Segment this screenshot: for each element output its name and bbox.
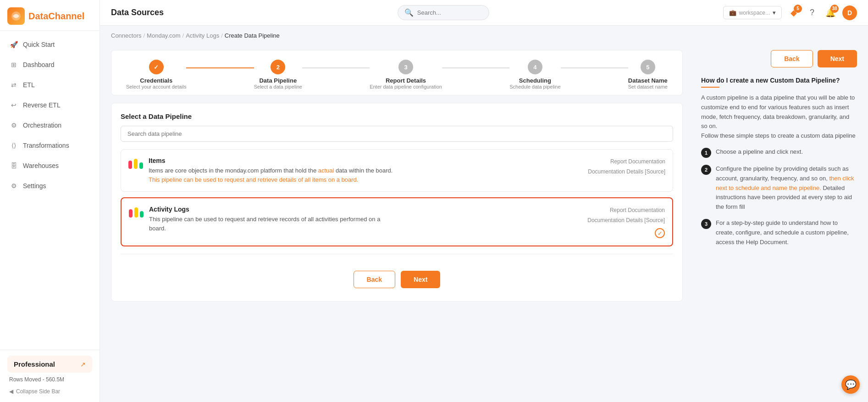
- back-button-bottom[interactable]: Back: [354, 271, 395, 288]
- back-button-right[interactable]: Back: [771, 50, 813, 67]
- pipeline-name-activity: Activity Logs: [149, 206, 397, 213]
- collapse-arrow-icon: ◀: [9, 388, 13, 395]
- bottom-actions: Back Next: [121, 262, 673, 292]
- right-panel-actions: Back Next: [701, 50, 857, 67]
- step-4-circle: 4: [528, 60, 542, 74]
- selected-check-icon: ✓: [655, 228, 665, 238]
- help-icon-wrap[interactable]: ?: [806, 6, 818, 19]
- left-panel: ✓ Credentials Select your account detail…: [100, 43, 694, 402]
- reverse-etl-icon: ↩: [9, 100, 18, 110]
- pipeline-card-items[interactable]: Items Items are core objects in the mond…: [121, 149, 673, 192]
- help-step-num-1: 1: [701, 148, 711, 158]
- step-3-sub: Enter data pipeline configuration: [370, 84, 442, 89]
- pipeline-card-activity-logs[interactable]: Activity Logs This pipeline can be used …: [121, 197, 673, 246]
- right-panel: Back Next How do I create a new Custom D…: [694, 43, 868, 402]
- pipeline-desc-items: Items are core objects in the monday.com…: [149, 166, 396, 184]
- avatar[interactable]: D: [842, 6, 857, 20]
- step-3-label: Report Details: [386, 77, 426, 84]
- help-step-text-1: Choose a pipeline and click next.: [716, 147, 803, 157]
- pipeline-links-activity: Report Documentation Documentation Detai…: [587, 206, 665, 225]
- rocket-icon: 🚀: [9, 40, 18, 49]
- sidebar-item-reverse-etl[interactable]: ↩ Reverse ETL: [0, 95, 100, 115]
- breadcrumb-connectors[interactable]: Connectors: [111, 32, 141, 39]
- help-step-num-3: 3: [701, 219, 711, 229]
- notification-badge: 38: [830, 5, 839, 13]
- help-intro: A custom pipeline is a data pipeline tha…: [701, 93, 857, 141]
- chat-icon: 💬: [845, 379, 857, 390]
- help-section: How do I create a new Custom Data Pipeli…: [701, 77, 857, 247]
- sidebar-item-etl[interactable]: ⇄ ETL: [0, 75, 100, 95]
- svg-rect-1: [128, 161, 132, 169]
- help-step-3: 3 For a step-by-step guide to understand…: [701, 218, 857, 247]
- pipeline-desc-activity: This pipeline can be used to request and…: [149, 215, 397, 233]
- logo[interactable]: DataChannel: [0, 0, 100, 31]
- settings-icon: ⚙: [9, 181, 18, 190]
- logo-text: DataChannel: [28, 11, 84, 22]
- connector-1: [186, 67, 254, 68]
- step-5-circle: 5: [641, 60, 655, 74]
- notification-icon-wrap[interactable]: 🔔 38: [824, 6, 837, 19]
- search-bar[interactable]: 🔍: [398, 5, 489, 20]
- step-5-sub: Set dataset name: [628, 84, 668, 89]
- breadcrumb-activity-logs[interactable]: Activity Logs: [186, 32, 219, 39]
- monday-logo-activity: [129, 207, 144, 221]
- help-step-1: 1 Choose a pipeline and click next.: [701, 147, 857, 158]
- sidebar-item-settings[interactable]: ⚙ Settings: [0, 176, 100, 196]
- plan-badge: Professional ↗: [7, 356, 92, 373]
- search-input[interactable]: [417, 9, 486, 16]
- stepper: ✓ Credentials Select your account detail…: [111, 50, 683, 95]
- header-actions: 💼 workspace... ▾ ◆ 5 ? 🔔 38 D: [723, 6, 857, 20]
- doc-details-link-items[interactable]: Documentation Details [Source]: [588, 167, 665, 177]
- pipeline-card-left-items: Items Items are core objects in the mond…: [128, 157, 396, 184]
- svg-rect-5: [134, 207, 138, 218]
- pipeline-search-input[interactable]: [121, 126, 673, 142]
- step-1-circle: ✓: [149, 60, 164, 74]
- workspace-dropdown[interactable]: 💼 workspace... ▾: [723, 6, 782, 19]
- step-1-label: Credentials: [140, 77, 172, 84]
- help-icon: ?: [810, 8, 814, 17]
- sidebar-item-quick-start[interactable]: 🚀 Quick Start: [0, 34, 100, 55]
- report-doc-link-activity[interactable]: Report Documentation: [587, 206, 665, 216]
- etl-icon: ⇄: [9, 80, 18, 89]
- svg-rect-2: [134, 159, 138, 169]
- doc-details-link-activity[interactable]: Documentation Details [Source]: [587, 216, 665, 226]
- collapse-sidebar-button[interactable]: ◀ Collapse Side Bar: [7, 386, 92, 396]
- briefcase-icon: 💼: [729, 9, 736, 16]
- breadcrumb-current: Create Data Pipeline: [225, 32, 280, 39]
- step-4-sub: Schedule data pipeline: [509, 84, 560, 89]
- svg-rect-6: [140, 211, 144, 218]
- svg-rect-4: [129, 209, 133, 218]
- sidebar-item-dashboard[interactable]: ⊞ Dashboard: [0, 55, 100, 75]
- help-step-num-2: 2: [701, 165, 711, 175]
- breadcrumb-sep-3: /: [221, 32, 223, 39]
- logo-icon: [7, 7, 25, 25]
- step-2: 2 Data Pipeline Select a data pipeline: [254, 60, 302, 89]
- step-2-label: Data Pipeline: [259, 77, 297, 84]
- step-4-label: Scheduling: [519, 77, 551, 84]
- sidebar-item-orchestration[interactable]: ⚙ Orchestration: [0, 115, 100, 135]
- breadcrumb-monday[interactable]: Monday.com: [147, 32, 180, 39]
- section-title: Select a Data Pipeline: [121, 112, 673, 120]
- pipeline-card-left-activity: Activity Logs This pipeline can be used …: [129, 206, 397, 233]
- external-link-icon[interactable]: ↗: [80, 361, 86, 368]
- step-3-circle: 3: [398, 60, 413, 74]
- sidebar-item-warehouses[interactable]: 🗄 Warehouses: [0, 156, 100, 176]
- monday-logo-items: [128, 158, 143, 173]
- diamond-icon-wrap[interactable]: ◆ 5: [787, 6, 800, 19]
- next-button-bottom[interactable]: Next: [401, 271, 440, 288]
- step-2-sub: Select a data pipeline: [254, 84, 302, 89]
- step-5-label: Dataset Name: [628, 77, 668, 84]
- next-button-right[interactable]: Next: [818, 50, 857, 67]
- step-4: 4 Scheduling Schedule data pipeline: [509, 60, 560, 89]
- connector-3: [442, 67, 509, 68]
- sidebar: DataChannel 🚀 Quick Start ⊞ Dashboard ⇄ …: [0, 0, 100, 402]
- workspace-name: workspace...: [739, 10, 770, 16]
- help-steps: 1 Choose a pipeline and click next. 2 Co…: [701, 147, 857, 247]
- sidebar-footer: Professional ↗ Rows Moved - 560.5M ◀ Col…: [0, 350, 100, 402]
- sidebar-item-transformations[interactable]: ⟨⟩ Transformations: [0, 135, 100, 156]
- chat-bubble[interactable]: 💬: [841, 375, 860, 394]
- transform-icon: ⟨⟩: [9, 141, 18, 150]
- step-1-sub: Select your account details: [126, 84, 186, 89]
- report-doc-link-items[interactable]: Report Documentation: [588, 157, 665, 167]
- breadcrumb: Connectors / Monday.com / Activity Logs …: [100, 26, 868, 43]
